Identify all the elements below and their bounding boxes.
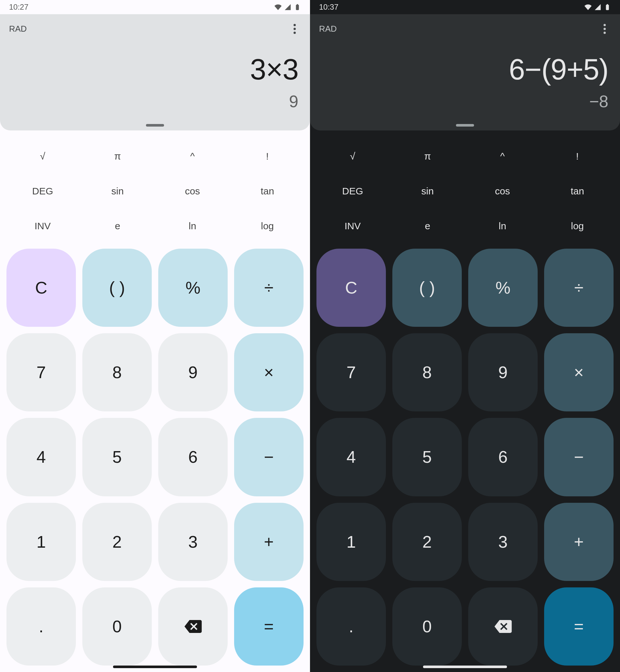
digit-7-button[interactable]: 7: [6, 333, 76, 411]
digit-5-button[interactable]: 5: [82, 418, 152, 496]
digit-9-button[interactable]: 9: [158, 333, 228, 411]
digit-3-button[interactable]: 3: [158, 503, 228, 581]
display-area: RAD 3×3 9: [0, 14, 310, 131]
log-button[interactable]: log: [541, 210, 614, 242]
plus-button[interactable]: +: [234, 503, 304, 581]
wifi-icon: [274, 4, 281, 11]
sqrt-button[interactable]: √: [316, 140, 389, 172]
status-bar: 10:37: [310, 0, 620, 14]
result: −8: [319, 92, 611, 124]
tan-button[interactable]: tan: [541, 175, 614, 207]
angle-mode[interactable]: RAD: [9, 24, 27, 34]
decimal-button[interactable]: .: [316, 587, 386, 666]
pi-button[interactable]: π: [392, 140, 464, 172]
result: 9: [9, 92, 301, 124]
factorial-button[interactable]: !: [541, 140, 614, 172]
digit-7-button[interactable]: 7: [316, 333, 386, 411]
backspace-icon: [185, 620, 202, 633]
digit-5-button[interactable]: 5: [392, 418, 462, 496]
status-bar: 10:27: [0, 0, 310, 14]
digit-9-button[interactable]: 9: [468, 333, 538, 411]
battery-icon: [604, 4, 611, 11]
ln-button[interactable]: ln: [466, 210, 538, 242]
digit-2-button[interactable]: 2: [82, 503, 152, 581]
tan-button[interactable]: tan: [231, 175, 304, 207]
status-time: 10:37: [319, 3, 339, 12]
wifi-icon: [584, 4, 591, 11]
digit-1-button[interactable]: 1: [316, 503, 386, 581]
percent-button[interactable]: %: [158, 249, 228, 327]
backspace-button[interactable]: [468, 587, 538, 666]
signal-icon: [594, 4, 601, 11]
signal-icon: [284, 4, 291, 11]
digit-0-button[interactable]: 0: [392, 587, 462, 666]
inv-button[interactable]: INV: [316, 210, 389, 242]
more-menu-button[interactable]: [288, 22, 301, 35]
percent-button[interactable]: %: [468, 249, 538, 327]
expression[interactable]: 3×3: [9, 40, 301, 92]
deg-toggle-button[interactable]: DEG: [6, 175, 79, 207]
e-button[interactable]: e: [392, 210, 464, 242]
decimal-button[interactable]: .: [6, 587, 76, 666]
clear-button[interactable]: C: [316, 249, 386, 327]
phone-light: 10:27 RAD 3×3 9 √ π ^ ! DEG sin cos tan …: [0, 0, 310, 672]
factorial-button[interactable]: !: [231, 140, 304, 172]
status-time: 10:27: [9, 3, 29, 12]
digit-0-button[interactable]: 0: [82, 587, 152, 666]
digit-4-button[interactable]: 4: [6, 418, 76, 496]
digit-6-button[interactable]: 6: [158, 418, 228, 496]
sin-button[interactable]: sin: [82, 175, 154, 207]
log-button[interactable]: log: [231, 210, 304, 242]
angle-mode[interactable]: RAD: [319, 24, 337, 34]
digit-6-button[interactable]: 6: [468, 418, 538, 496]
equals-button[interactable]: =: [234, 587, 304, 666]
minus-button[interactable]: −: [234, 418, 304, 496]
expression[interactable]: 6−(9+5): [319, 40, 611, 92]
clear-button[interactable]: C: [6, 249, 76, 327]
divide-button[interactable]: ÷: [234, 249, 304, 327]
scientific-panel: √ π ^ ! DEG sin cos tan INV e ln log: [310, 131, 620, 246]
more-menu-button[interactable]: [598, 22, 611, 35]
digit-8-button[interactable]: 8: [392, 333, 462, 411]
minus-button[interactable]: −: [544, 418, 614, 496]
cos-button[interactable]: cos: [466, 175, 538, 207]
drag-handle[interactable]: [456, 124, 474, 126]
status-icons: [584, 4, 611, 11]
scientific-panel: √ π ^ ! DEG sin cos tan INV e ln log: [0, 131, 310, 246]
power-button[interactable]: ^: [466, 140, 538, 172]
plus-button[interactable]: +: [544, 503, 614, 581]
status-icons: [274, 4, 301, 11]
sqrt-button[interactable]: √: [6, 140, 79, 172]
backspace-icon: [495, 620, 512, 633]
keypad: C ( ) % ÷ 7 8 9 × 4 5 6 − 1 2 3 + . 0 =: [0, 246, 310, 672]
digit-1-button[interactable]: 1: [6, 503, 76, 581]
digit-4-button[interactable]: 4: [316, 418, 386, 496]
nav-pill[interactable]: [113, 666, 197, 668]
power-button[interactable]: ^: [156, 140, 228, 172]
display-area: RAD 6−(9+5) −8: [310, 14, 620, 131]
ln-button[interactable]: ln: [156, 210, 228, 242]
digit-8-button[interactable]: 8: [82, 333, 152, 411]
keypad: C ( ) % ÷ 7 8 9 × 4 5 6 − 1 2 3 + . 0 =: [310, 246, 620, 672]
parens-button[interactable]: ( ): [82, 249, 152, 327]
cos-button[interactable]: cos: [156, 175, 228, 207]
digit-2-button[interactable]: 2: [392, 503, 462, 581]
pi-button[interactable]: π: [82, 140, 154, 172]
backspace-button[interactable]: [158, 587, 228, 666]
battery-icon: [294, 4, 301, 11]
phone-dark: 10:37 RAD 6−(9+5) −8 √ π ^ ! DEG sin cos…: [310, 0, 620, 672]
digit-3-button[interactable]: 3: [468, 503, 538, 581]
multiply-button[interactable]: ×: [544, 333, 614, 411]
drag-handle[interactable]: [146, 124, 164, 126]
inv-button[interactable]: INV: [6, 210, 79, 242]
sin-button[interactable]: sin: [392, 175, 464, 207]
equals-button[interactable]: =: [544, 587, 614, 666]
e-button[interactable]: e: [82, 210, 154, 242]
parens-button[interactable]: ( ): [392, 249, 462, 327]
deg-toggle-button[interactable]: DEG: [316, 175, 389, 207]
divide-button[interactable]: ÷: [544, 249, 614, 327]
multiply-button[interactable]: ×: [234, 333, 304, 411]
nav-pill[interactable]: [423, 666, 507, 668]
